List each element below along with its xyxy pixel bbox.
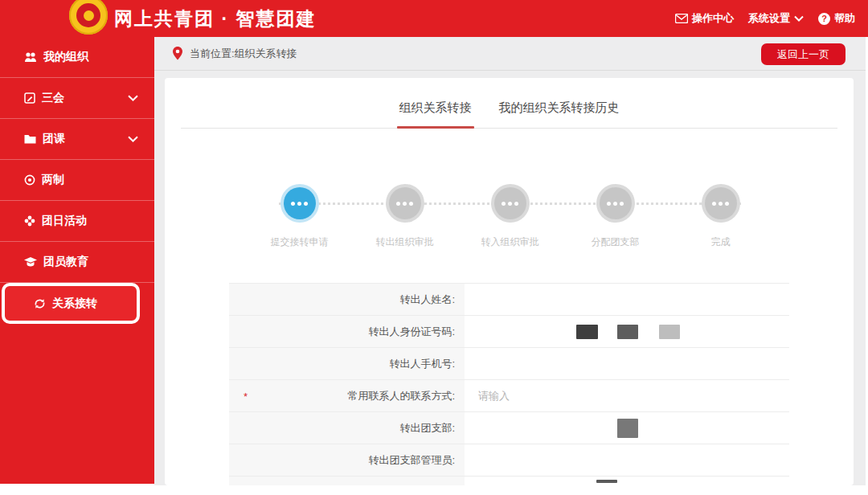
- progress-steps: 提交接转申请 转出组织审批 转入组织审批 分配团支部 完成: [247, 187, 773, 256]
- branch-admin-field[interactable]: [465, 444, 789, 476]
- step-submit-application: 提交接转申请: [247, 187, 352, 249]
- organization-icon: [24, 51, 37, 63]
- sidebar-item-label: 团课: [43, 132, 65, 146]
- sidebar-item-label: 团日活动: [42, 214, 87, 228]
- field-label: 转出人身份证号码:: [229, 316, 465, 347]
- required-asterisk: *: [244, 390, 248, 402]
- sidebar-item-league-course[interactable]: 团课: [0, 119, 154, 160]
- sidebar: 我的组织 三会 团课 两制: [0, 37, 154, 484]
- help-label: 帮助: [834, 11, 855, 26]
- redacted-value-block: [596, 480, 617, 483]
- redacted-value-block: [617, 419, 638, 438]
- sidebar-item-label: 团员教育: [43, 255, 88, 269]
- step-label: 转出组织审批: [352, 235, 457, 249]
- mail-icon: [675, 14, 688, 23]
- step-circle-active: [284, 187, 316, 219]
- step-circle: [600, 187, 632, 219]
- field-label: * 常用联系人的联系方式:: [229, 380, 465, 411]
- chevron-down-icon: [128, 136, 138, 142]
- form-row-partial: [229, 477, 789, 485]
- sidebar-item-label: 三会: [42, 91, 64, 105]
- step-label: 分配团支部: [563, 235, 668, 249]
- chevron-down-icon: [794, 15, 804, 22]
- location-pin-icon: [172, 47, 183, 60]
- sidebar-item-relationship-transfer[interactable]: 关系接转: [2, 283, 140, 324]
- tab-organization-transfer[interactable]: 组织关系转接: [399, 100, 472, 128]
- app-title: 网上共青团 · 智慧团建: [114, 6, 316, 31]
- step-assign-branch: 分配团支部: [563, 187, 668, 249]
- back-button[interactable]: 返回上一页: [761, 43, 845, 65]
- system-icon: [24, 174, 35, 186]
- tab-bar: 组织关系转接 我的组织关系转接历史: [181, 78, 837, 129]
- partial-field: [465, 477, 789, 485]
- contact-method-input[interactable]: [477, 389, 777, 403]
- league-emblem-logo: [69, 0, 108, 35]
- form-row-phone: 转出人手机号:: [229, 348, 789, 380]
- chevron-down-icon: [128, 95, 138, 101]
- form-row-id-number: 转出人身份证号码:: [229, 316, 789, 348]
- step-label: 转入组织审批: [457, 235, 563, 249]
- sidebar-item-three-meetings[interactable]: 三会: [0, 78, 154, 119]
- meetings-icon: [24, 92, 35, 104]
- name-field[interactable]: [465, 284, 789, 315]
- tab-my-transfer-history[interactable]: 我的组织关系转接历史: [499, 100, 620, 128]
- step-outgoing-approval: 转出组织审批: [352, 187, 457, 249]
- id-number-field[interactable]: [465, 316, 789, 347]
- sidebar-item-member-education[interactable]: 团员教育: [0, 242, 154, 283]
- transfer-form: 转出人姓名: 转出人身份证号码: 转出人手机号:: [229, 283, 789, 485]
- step-complete: 完成: [668, 187, 773, 249]
- contact-method-field-cell: [465, 380, 789, 411]
- app-window: 网上共青团 · 智慧团建 操作中心 系统设置 帮助: [0, 0, 868, 495]
- header-nav: 操作中心 系统设置 帮助: [675, 0, 855, 37]
- step-incoming-approval: 转入组织审批: [457, 187, 563, 249]
- transfer-icon: [34, 298, 46, 309]
- form-row-branch-admin: 转出团支部管理员:: [229, 444, 789, 477]
- outgoing-branch-field[interactable]: [465, 412, 789, 444]
- field-label: [229, 477, 465, 485]
- step-circle: [705, 187, 737, 219]
- field-label: 转出团支部:: [229, 412, 465, 444]
- sidebar-item-label: 我的组织: [43, 50, 88, 64]
- field-label: 转出团支部管理员:: [229, 444, 465, 476]
- form-row-name: 转出人姓名:: [229, 284, 789, 316]
- step-circle: [494, 187, 526, 219]
- field-label: 转出人手机号:: [229, 348, 465, 379]
- system-settings-menu[interactable]: 系统设置: [748, 11, 804, 26]
- step-label: 完成: [668, 235, 773, 249]
- help-menu[interactable]: 帮助: [818, 11, 855, 26]
- redacted-value-block: [617, 325, 638, 339]
- sidebar-item-two-systems[interactable]: 两制: [0, 160, 154, 201]
- course-icon: [24, 134, 36, 144]
- activity-icon: [24, 215, 35, 227]
- field-label: 转出人姓名:: [229, 284, 465, 315]
- page-bottom-margin: [0, 485, 868, 495]
- sidebar-item-label: 关系接转: [52, 297, 97, 311]
- field-label-text: 常用联系人的联系方式:: [347, 389, 455, 403]
- operation-center-menu[interactable]: 操作中心: [675, 11, 734, 26]
- redacted-value-block: [659, 325, 680, 339]
- help-icon: [818, 13, 830, 25]
- step-circle: [389, 187, 421, 219]
- form-row-outgoing-branch: 转出团支部:: [229, 412, 789, 444]
- sidebar-item-label: 两制: [42, 173, 64, 187]
- sidebar-item-my-organization[interactable]: 我的组织: [0, 37, 154, 78]
- system-settings-label: 系统设置: [748, 11, 790, 26]
- education-icon: [24, 257, 37, 268]
- transfer-card: 组织关系转接 我的组织关系转接历史 提交接转申请 转出组织审批 转入组织审批: [165, 78, 854, 485]
- redacted-value-block: [576, 325, 598, 339]
- phone-field[interactable]: [465, 348, 789, 379]
- sidebar-item-league-day-activity[interactable]: 团日活动: [0, 201, 154, 242]
- breadcrumb-bar: 当前位置:组织关系转接 返回上一页: [154, 37, 866, 71]
- form-row-contact-method: * 常用联系人的联系方式:: [229, 380, 789, 412]
- operation-center-label: 操作中心: [692, 11, 734, 26]
- main-content: 当前位置:组织关系转接 返回上一页 组织关系转接 我的组织关系转接历史 提交接转…: [154, 37, 866, 485]
- step-label: 提交接转申请: [247, 235, 352, 249]
- app-header: 网上共青团 · 智慧团建 操作中心 系统设置 帮助: [0, 0, 868, 37]
- breadcrumb: 当前位置:组织关系转接: [190, 47, 297, 61]
